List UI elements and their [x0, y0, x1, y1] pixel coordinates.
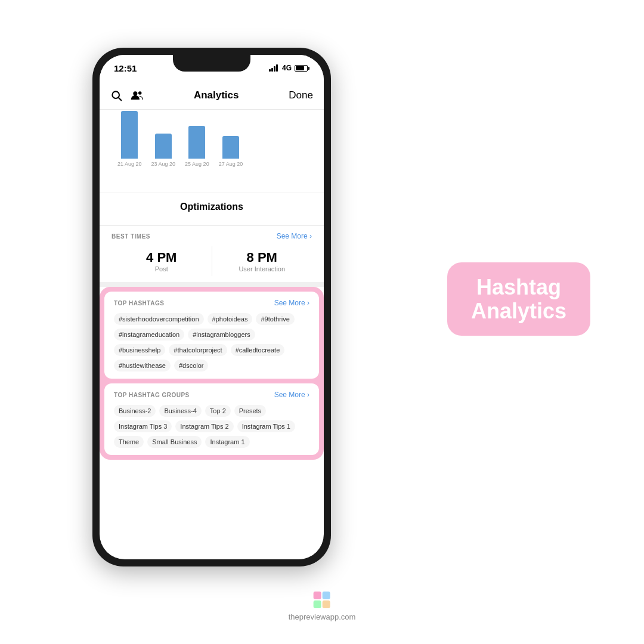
phone-content: 21 Aug 20 23 Aug 20 25 Aug 20 — [100, 110, 324, 559]
post-time-item: 4 PM Post — [112, 246, 212, 276]
hashtags-wrapper: TOP HASHTAGS See More › #sisterhoodoverc… — [100, 287, 324, 460]
notch — [173, 55, 250, 72]
signal-icon — [269, 64, 278, 72]
hashtag-tag-4: #instagrameducation — [114, 329, 184, 340]
times-row: 4 PM Post 8 PM User Interaction — [112, 246, 312, 276]
analytics-badge-line1: Hashtag — [476, 275, 561, 299]
status-bar: 12:51 4G — [100, 55, 324, 81]
top-groups-see-more[interactable]: See More › — [274, 391, 309, 399]
nav-title: Analytics — [194, 89, 239, 101]
bar-1 — [121, 111, 138, 159]
group-tag-10: Instagram 1 — [205, 436, 249, 448]
status-icons: 4G — [269, 64, 309, 72]
best-times-label: BEST TIMES — [112, 233, 150, 240]
svg-rect-5 — [323, 592, 330, 599]
phone-inner: 12:51 4G — [100, 55, 324, 559]
group-tag-1: Business-2 — [114, 405, 156, 417]
chart-group-4: 27 Aug 20 — [219, 136, 243, 167]
chart-area: 21 Aug 20 23 Aug 20 25 Aug 20 — [100, 110, 324, 193]
hashtags-grid: #sisterhoodovercompetition #photoideas #… — [114, 313, 309, 371]
nav-bar: Analytics Done — [100, 81, 324, 110]
bar-label-3: 25 Aug 20 — [185, 161, 209, 167]
hashtag-tag-7: #thatcolorproject — [169, 344, 227, 356]
top-hashtags-section: TOP HASHTAGS See More › #sisterhoodoverc… — [104, 292, 319, 379]
group-tag-7: Instagram Tips 1 — [237, 420, 295, 432]
group-tag-2: Business-4 — [159, 405, 201, 417]
group-tag-8: Theme — [114, 436, 144, 448]
network-label: 4G — [282, 64, 292, 72]
svg-rect-7 — [323, 600, 330, 608]
analytics-badge: Hashtag Analytics — [447, 262, 590, 336]
optimizations-title: Optimizations — [112, 202, 312, 212]
top-hashtags-header: TOP HASHTAGS See More › — [114, 299, 309, 307]
top-hashtag-groups-section: TOP HASHTAG GROUPS See More › Business-2… — [104, 383, 319, 455]
top-groups-label: TOP HASHTAG GROUPS — [114, 392, 190, 398]
bar-3 — [188, 126, 205, 159]
best-times-see-more-text: See More — [277, 232, 308, 240]
hashtag-tag-10: #dscolor — [174, 360, 209, 371]
best-times-section: BEST TIMES See More › 4 PM Post 8 P — [100, 226, 324, 287]
status-time: 12:51 — [114, 63, 137, 73]
preview-app-logo — [313, 591, 331, 609]
hashtag-tag-8: #calledtocreate — [231, 344, 285, 356]
interaction-time-desc: User Interaction — [212, 265, 312, 273]
footer-url: thepreviewapp.com — [289, 612, 356, 621]
nav-done-button[interactable]: Done — [289, 89, 313, 101]
phone-scroll[interactable]: 21 Aug 20 23 Aug 20 25 Aug 20 — [100, 110, 324, 559]
group-tag-6: Instagram Tips 2 — [175, 420, 233, 432]
bar-4 — [222, 136, 239, 159]
chart-group-3: 25 Aug 20 — [185, 126, 209, 167]
best-times-header: BEST TIMES See More › — [112, 232, 312, 240]
hashtag-tag-9: #hustlewithease — [114, 360, 171, 371]
group-tag-5: Instagram Tips 3 — [114, 420, 172, 432]
analytics-badge-text: Hashtag Analytics — [464, 275, 574, 323]
bar-label-4: 27 Aug 20 — [219, 161, 243, 167]
footer-area: thepreviewapp.com — [289, 591, 356, 621]
bar-2 — [155, 134, 172, 159]
interaction-time-item: 8 PM User Interaction — [212, 246, 312, 276]
chart-bars: 21 Aug 20 23 Aug 20 25 Aug 20 — [112, 119, 312, 167]
interaction-time-value: 8 PM — [212, 250, 312, 265]
analytics-badge-line2: Analytics — [471, 299, 566, 323]
chart-group-2: 23 Aug 20 — [151, 134, 176, 167]
top-hashtags-label: TOP HASHTAGS — [114, 300, 164, 306]
hashtag-tag-2: #photoideas — [208, 313, 253, 325]
top-groups-see-more-text: See More — [274, 391, 305, 399]
phone-frame: 12:51 4G — [92, 48, 331, 566]
top-groups-header: TOP HASHTAG GROUPS See More › — [114, 391, 309, 399]
top-hashtags-see-more-text: See More — [274, 299, 305, 307]
chart-group-1: 21 Aug 20 — [117, 111, 142, 167]
optimizations-section: Optimizations — [100, 193, 324, 226]
top-hashtags-see-more[interactable]: See More › — [274, 299, 309, 307]
group-tags: Business-2 Business-4 Top 2 Presets Inst… — [114, 405, 309, 448]
page-wrapper: 12:51 4G — [0, 0, 644, 644]
hashtag-tag-3: #9tothrive — [256, 313, 294, 325]
hashtag-tag-1: #sisterhoodovercompetition — [114, 313, 204, 325]
group-tag-9: Small Business — [147, 436, 202, 448]
group-tag-3: Top 2 — [205, 405, 231, 417]
post-time-value: 4 PM — [112, 250, 212, 265]
hashtag-tag-5: #instagrambloggers — [188, 329, 255, 340]
search-icon[interactable] — [110, 89, 122, 101]
battery-icon — [295, 65, 309, 72]
best-times-see-more[interactable]: See More › — [277, 232, 312, 240]
svg-point-3 — [138, 91, 142, 95]
bar-label-2: 23 Aug 20 — [151, 161, 176, 167]
bar-label-1: 21 Aug 20 — [117, 161, 142, 167]
svg-point-2 — [133, 91, 137, 95]
svg-rect-4 — [314, 592, 321, 599]
svg-line-1 — [119, 97, 122, 100]
post-time-desc: Post — [112, 265, 212, 273]
nav-left-icons — [110, 89, 144, 101]
people-icon[interactable] — [131, 89, 144, 101]
hashtag-tag-6: #businesshelp — [114, 344, 165, 356]
group-tag-4: Presets — [234, 405, 266, 417]
svg-rect-6 — [314, 600, 321, 608]
